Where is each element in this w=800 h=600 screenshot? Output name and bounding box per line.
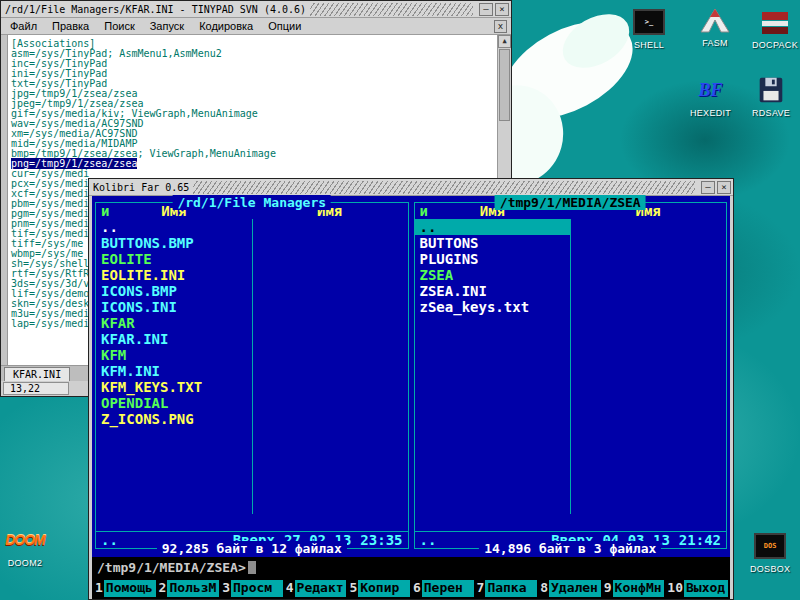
minimize-button[interactable]: –: [701, 181, 715, 194]
scrollbar-thumb[interactable]: [499, 49, 510, 121]
fkey-6[interactable]: 6Перен: [412, 580, 474, 597]
menu-item-file[interactable]: Файл: [10, 20, 37, 32]
menu-item-encoding[interactable]: Кодировка: [199, 20, 253, 32]
file-row[interactable]: BUTTONS.BMP: [96, 235, 252, 251]
fkey-label: Помощь: [104, 580, 156, 597]
right-panel[interactable]: /tmp9/1/MEDIA/ZSEA и Имя Имя ..BUTTONSPL…: [414, 202, 728, 549]
tinypad-menubar: Файл Правка Поиск Запуск Кодировка Опции…: [1, 18, 511, 35]
desktop-icon-hexedit[interactable]: BF HEXEDIT: [690, 74, 731, 118]
column-divider: [570, 219, 571, 514]
tinypad-titlebar[interactable]: /rd/1/File Managers/KFAR.INI - TINYPAD S…: [1, 1, 511, 18]
sort-indicator: и: [420, 203, 428, 219]
fkey-4[interactable]: 4Редакт: [285, 580, 347, 597]
far-titlebar[interactable]: Kolibri Far 0.65 – ×: [89, 179, 733, 196]
file-row[interactable]: BUTTONS: [415, 235, 571, 251]
editor-gutter: [1, 35, 8, 365]
panel-path[interactable]: /tmp9/1/MEDIA/ZSEA: [495, 195, 646, 210]
file-row[interactable]: ..: [415, 219, 571, 235]
fkey-number: 6: [412, 580, 422, 597]
file-row[interactable]: zSea_keys.txt: [415, 299, 571, 315]
fkey-number: 10: [666, 580, 684, 597]
fkey-2[interactable]: 2ПользМ: [158, 580, 220, 597]
menu-item-edit[interactable]: Правка: [52, 20, 89, 32]
file-row[interactable]: OPENDIAL: [96, 395, 252, 411]
command-line[interactable]: /tmp9/1/MEDIA/ZSEA>: [92, 557, 730, 578]
file-row[interactable]: ..: [96, 219, 252, 235]
fkeys-bar: 1Помощь2ПользМ3Просм4Редакт5Копир6Перен7…: [92, 578, 730, 599]
file-row[interactable]: PLUGINS: [415, 251, 571, 267]
file-row[interactable]: KFM.INI: [96, 363, 252, 379]
fkey-9[interactable]: 9КонфМн: [603, 580, 665, 597]
fkey-label: Папка: [485, 580, 537, 597]
icon-label: RDSAVE: [752, 108, 790, 118]
dosbox-icon: DOS: [751, 530, 789, 562]
sort-indicator: и: [101, 203, 109, 219]
fasm-icon: [696, 4, 734, 36]
file-row[interactable]: ZSEA.INI: [415, 283, 571, 299]
desktop-icon-rdsave[interactable]: RDSAVE: [752, 74, 790, 118]
close-button[interactable]: ×: [495, 3, 509, 16]
shell-icon: >_: [630, 6, 668, 38]
far-client-area: /rd/1/File Managers и Имя Имя ..BUTTONS.…: [92, 196, 730, 599]
fkey-1[interactable]: 1Помощь: [94, 580, 156, 597]
menubar-close-icon[interactable]: x: [494, 20, 507, 33]
icon-label: DOCPACK: [752, 40, 798, 50]
desktop-icon-docpack[interactable]: DOCPACK: [752, 6, 798, 50]
minimize-button[interactable]: –: [479, 3, 493, 16]
cursor-position: 13,22: [3, 382, 69, 395]
file-row[interactable]: KFM_KEYS.TXT: [96, 379, 252, 395]
far-window: Kolibri Far 0.65 – × /rd/1/File Managers…: [88, 178, 734, 600]
fkey-label: Перен: [422, 580, 474, 597]
file-row[interactable]: EOLITE: [96, 251, 252, 267]
fkey-number: 9: [603, 580, 613, 597]
fkey-7[interactable]: 7Папка: [476, 580, 538, 597]
file-row[interactable]: ICONS.BMP: [96, 283, 252, 299]
info-time: 23:35: [360, 532, 402, 548]
file-row[interactable]: Z_ICONS.PNG: [96, 411, 252, 427]
far-panels: /rd/1/File Managers и Имя Имя ..BUTTONS.…: [92, 196, 730, 557]
close-button[interactable]: ×: [717, 181, 731, 194]
panel-totals: 14,896 байт в 3 файлах: [479, 541, 661, 556]
file-row[interactable]: ICONS.INI: [96, 299, 252, 315]
fkey-label: Редакт: [295, 580, 347, 597]
file-row[interactable]: EOLITE.INI: [96, 267, 252, 283]
fkey-label: КонфМн: [613, 580, 665, 597]
scroll-up-icon[interactable]: ▲: [498, 35, 511, 48]
desktop-icon-shell[interactable]: >_ SHELL: [630, 6, 668, 50]
fkey-5[interactable]: 5Копир: [348, 580, 410, 597]
titlebar-hatch: [193, 181, 695, 194]
docpack-icon: [756, 6, 794, 38]
fkey-label: Выход: [684, 580, 728, 597]
desktop-icon-doom2[interactable]: DOOM DOOM2: [2, 524, 48, 568]
tab-kfar-ini[interactable]: KFAR.INI: [4, 367, 70, 381]
fkey-number: 5: [348, 580, 358, 597]
fkey-10[interactable]: 10Выход: [666, 580, 728, 597]
file-list: ..BUTTONS.BMPEOLITEEOLITE.INIICONS.BMPIC…: [96, 219, 252, 531]
file-row[interactable]: KFAR.INI: [96, 331, 252, 347]
fkey-label: ПользМ: [167, 580, 219, 597]
menu-item-options[interactable]: Опции: [268, 20, 301, 32]
fkey-label: Копир: [358, 580, 410, 597]
menu-item-run[interactable]: Запуск: [150, 20, 184, 32]
far-bottom-area: /tmp9/1/MEDIA/ZSEA> 1Помощь2ПользМ3Просм…: [92, 557, 730, 599]
rdsave-icon: [752, 74, 790, 106]
desktop-icon-dosbox[interactable]: DOS DOSBOX: [750, 530, 790, 574]
icon-label: DOOM2: [8, 558, 43, 568]
fkey-number: 2: [158, 580, 168, 597]
command-line-cursor: [248, 561, 256, 574]
column-divider: [252, 219, 253, 514]
fkey-3[interactable]: 3Просм: [221, 580, 283, 597]
fkey-number: 8: [539, 580, 549, 597]
fkey-8[interactable]: 8Удален: [539, 580, 601, 597]
left-panel[interactable]: /rd/1/File Managers и Имя Имя ..BUTTONS.…: [95, 202, 409, 549]
panel-path[interactable]: /rd/1/File Managers: [172, 195, 331, 210]
fkey-label: Просм: [231, 580, 283, 597]
titlebar-hatch: [310, 3, 473, 16]
file-row[interactable]: KFM: [96, 347, 252, 363]
file-row[interactable]: KFAR: [96, 315, 252, 331]
menu-item-search[interactable]: Поиск: [104, 20, 134, 32]
window-title: Kolibri Far 0.65: [93, 182, 189, 193]
file-row[interactable]: ZSEA: [415, 267, 571, 283]
fkey-label: Удален: [549, 580, 601, 597]
desktop-icon-fasm[interactable]: FASM: [696, 4, 734, 48]
